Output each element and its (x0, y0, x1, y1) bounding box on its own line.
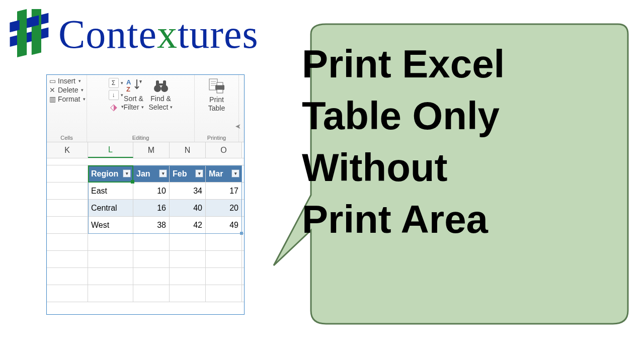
empty-row[interactable] (47, 268, 244, 285)
format-button[interactable]: ▥ Format▾ (49, 95, 86, 103)
hdr-region[interactable]: Region (88, 165, 133, 182)
hdr-jan[interactable]: Jan (133, 165, 170, 182)
group-label-cells: Cells (49, 135, 85, 141)
fill-button[interactable]: ↓▾ (109, 90, 119, 100)
table-row[interactable]: West 38 42 49 (47, 217, 244, 234)
ribbon-group-printing: Print Table Printing (195, 75, 239, 142)
filter-button-jan[interactable] (159, 169, 167, 177)
filter-button-region[interactable] (123, 169, 131, 177)
svg-rect-11 (156, 80, 159, 86)
svg-rect-20 (217, 89, 223, 93)
insert-button[interactable]: ▭ Insert▾ (49, 77, 81, 85)
table-header-row: Region Jan Feb Mar (47, 165, 244, 183)
ribbon: ▭ Insert▾ ✕ Delete▾ ▥ Format▾ Cells Σ (47, 75, 244, 142)
callout-text: Print Excel Table Only Without Print Are… (302, 38, 619, 245)
svg-text:A: A (126, 78, 131, 86)
sort-filter-icon: A Z (125, 77, 142, 94)
fill-down-icon: ↓ (112, 92, 115, 99)
brand-logo: Contextures (5, 9, 259, 59)
binoculars-icon (152, 77, 170, 94)
sigma-icon: Σ (112, 79, 115, 86)
ribbon-group-editing: Σ▾ ↓▾ ⬗▾ A Z (87, 75, 195, 142)
print-table-icon (208, 78, 225, 95)
print-table-button[interactable]: Print Table (205, 78, 229, 113)
svg-rect-12 (163, 80, 166, 86)
svg-text:Z: Z (126, 85, 130, 93)
svg-rect-13 (159, 83, 163, 85)
delete-icon: ✕ (49, 86, 56, 94)
excel-screenshot: ▭ Insert▾ ✕ Delete▾ ▥ Format▾ Cells Σ (46, 74, 245, 315)
hdr-feb[interactable]: Feb (170, 165, 206, 182)
col-K[interactable]: K (47, 142, 88, 158)
group-label-printing: Printing (197, 135, 236, 141)
col-N[interactable]: N (170, 142, 206, 158)
empty-row[interactable] (47, 234, 244, 251)
weave-icon (5, 9, 53, 59)
format-icon: ▥ (49, 95, 56, 103)
find-select-button[interactable]: Find & Select▾ (149, 77, 173, 112)
brand-text: Contextures (58, 12, 259, 57)
table-row[interactable]: Central 16 40 20 (47, 200, 244, 217)
svg-rect-19 (217, 82, 223, 85)
delete-button[interactable]: ✕ Delete▾ (49, 86, 84, 94)
group-label-editing: Editing (89, 135, 192, 141)
ribbon-group-cells: ▭ Insert▾ ✕ Delete▾ ▥ Format▾ Cells (47, 75, 87, 142)
worksheet-grid[interactable]: K L M N O Region Jan Feb Mar East 10 34 … (47, 142, 244, 302)
col-L[interactable]: L (88, 142, 133, 158)
clear-button[interactable]: ⬗▾ (109, 102, 119, 112)
insert-icon: ▭ (49, 77, 56, 85)
filter-button-feb[interactable] (195, 169, 203, 177)
cursor-icon: ➤ (235, 122, 241, 130)
col-M[interactable]: M (133, 142, 170, 158)
filter-button-mar[interactable] (231, 169, 239, 177)
hdr-mar[interactable]: Mar (206, 165, 242, 182)
col-O[interactable]: O (206, 142, 242, 158)
table-row[interactable]: East 10 34 17 (47, 183, 244, 200)
autosum-button[interactable]: Σ▾ (109, 78, 119, 88)
sort-filter-button[interactable]: A Z Sort & Filter▾ (122, 77, 146, 112)
empty-row[interactable] (47, 285, 244, 302)
empty-row[interactable] (47, 251, 244, 268)
eraser-icon: ⬗ (110, 102, 117, 113)
column-headers[interactable]: K L M N O (47, 142, 244, 158)
